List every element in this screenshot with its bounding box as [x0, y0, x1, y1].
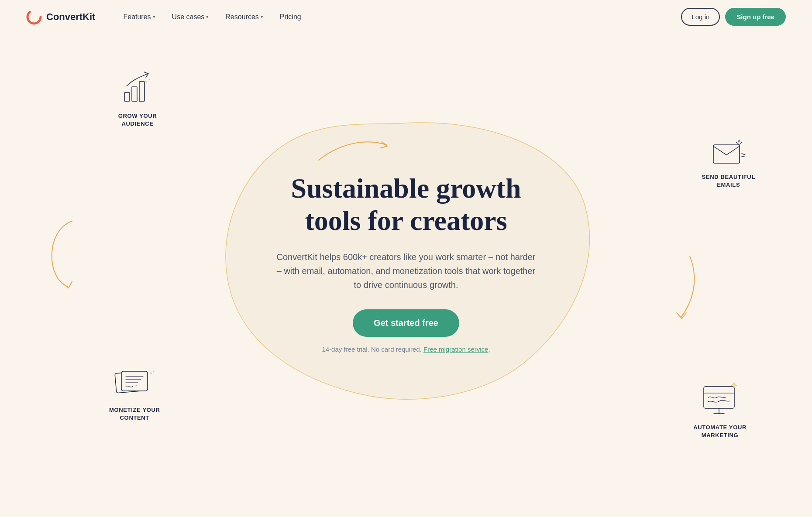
svg-rect-9: [121, 371, 148, 391]
svg-rect-3: [139, 82, 145, 101]
grow-icon: [118, 68, 157, 108]
svg-rect-1: [124, 92, 130, 101]
login-button[interactable]: Log in: [681, 8, 720, 26]
nav-actions: Log in Sign up free: [681, 8, 786, 26]
svg-rect-2: [132, 87, 137, 101]
monetize-icon: [113, 365, 156, 402]
arrow-left: [41, 217, 85, 295]
hero-content: Sustainable growth tools for creators Co…: [253, 155, 559, 370]
hero-title: Sustainable growth tools for creators: [262, 172, 550, 236]
migration-link[interactable]: Free migration service: [423, 346, 488, 353]
get-started-button[interactable]: Get started free: [353, 309, 459, 337]
svg-point-15: [150, 370, 151, 370]
chevron-down-icon: ▾: [206, 14, 209, 20]
hero-subtitle: ConvertKit helps 600k+ creators like you…: [275, 250, 537, 292]
feature-grow: GROW YOUR AUDIENCE: [118, 68, 157, 128]
chevron-down-icon: ▾: [261, 14, 263, 20]
svg-point-14: [153, 370, 155, 372]
chevron-down-icon: ▾: [153, 14, 155, 20]
signup-button[interactable]: Sign up free: [725, 8, 786, 26]
automate-label: AUTOMATE YOUR MARKETING: [693, 424, 747, 439]
hero-footnote: 14-day free trial. No card required. Fre…: [262, 346, 550, 353]
logo-icon: [26, 9, 42, 25]
email-icon: [711, 138, 746, 169]
brand-name: ConvertKit: [46, 11, 95, 23]
nav-pricing[interactable]: Pricing: [274, 10, 307, 24]
monetize-label: MONETIZE YOUR CONTENT: [109, 406, 160, 422]
nav-features[interactable]: Features ▾: [117, 10, 161, 24]
hero-section: GROW YOUR AUDIENCE SEND BEAUTIFUL EMAILS: [0, 34, 812, 492]
svg-point-4: [145, 81, 147, 82]
svg-point-0: [28, 10, 41, 24]
svg-point-13: [150, 373, 152, 374]
feature-email: SEND BEAUTIFUL EMAILS: [702, 138, 756, 189]
email-label: SEND BEAUTIFUL EMAILS: [702, 173, 756, 189]
automate-icon: [702, 382, 739, 419]
svg-point-5: [149, 79, 150, 80]
nav-usecases[interactable]: Use cases ▾: [166, 10, 215, 24]
svg-rect-7: [713, 145, 740, 163]
navigation: ConvertKit Features ▾ Use cases ▾ Resour…: [0, 0, 812, 34]
svg-point-6: [144, 78, 145, 79]
arrow-right: [664, 252, 698, 322]
nav-links: Features ▾ Use cases ▾ Resources ▾ Prici…: [117, 10, 681, 24]
grow-label: GROW YOUR AUDIENCE: [118, 112, 157, 128]
feature-automate: AUTOMATE YOUR MARKETING: [693, 382, 747, 439]
nav-resources[interactable]: Resources ▾: [219, 10, 269, 24]
logo[interactable]: ConvertKit: [26, 9, 95, 25]
feature-monetize: MONETIZE YOUR CONTENT: [109, 365, 160, 422]
